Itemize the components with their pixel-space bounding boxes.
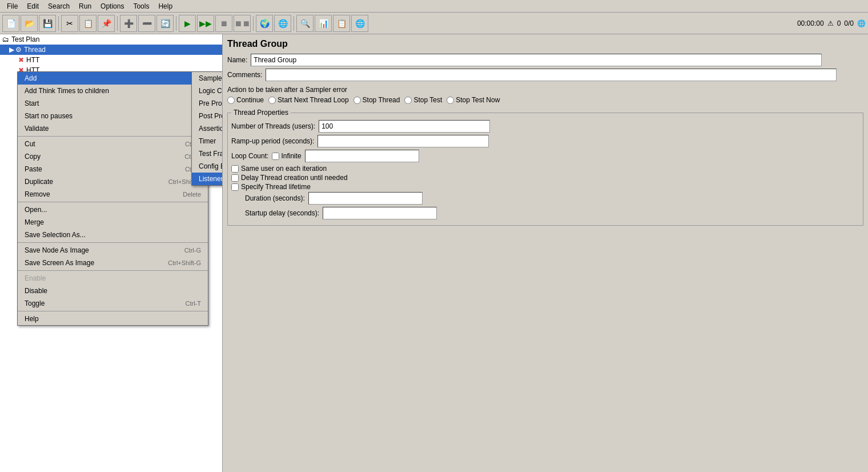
- menu-search[interactable]: Search: [43, 1, 74, 11]
- action-section-label: Action to be taken after a Sampler error: [227, 86, 863, 94]
- main-area: 🗂 Test Plan ▶ ⚙ Thread ✖ HTT ✖ HTT ✖ HTT…: [0, 34, 868, 472]
- action-stop-thread-label[interactable]: Stop Thread: [353, 96, 400, 104]
- tree-item-testplan[interactable]: 🗂 Test Plan: [0, 34, 222, 45]
- action-stop-test-now-radio[interactable]: [447, 97, 454, 104]
- action-stop-test-radio[interactable]: [404, 97, 412, 104]
- ctx-add[interactable]: Add ▶: [18, 72, 208, 85]
- warnings-count: 0: [837, 19, 841, 27]
- num-threads-input[interactable]: [319, 120, 490, 133]
- ctx-open[interactable]: Open...: [18, 203, 208, 216]
- delay-start-checkbox[interactable]: [231, 174, 239, 182]
- menu-edit[interactable]: Edit: [22, 1, 43, 11]
- action-continue-radio[interactable]: [227, 97, 235, 104]
- submenu-pre-processors[interactable]: Pre Processors ▶: [192, 97, 223, 110]
- name-input[interactable]: [251, 54, 822, 66]
- submenu-assertions[interactable]: Assertions ▶: [192, 122, 223, 135]
- new-button[interactable]: 📄: [2, 15, 19, 32]
- ctx-remove[interactable]: Remove Delete: [18, 188, 208, 201]
- ctx-save-selection-as[interactable]: Save Selection As...: [18, 229, 208, 241]
- comments-input[interactable]: [266, 69, 837, 81]
- sep5: [294, 16, 294, 31]
- submenu-test-fragment[interactable]: Test Fragment ▶: [192, 147, 223, 160]
- same-user-checkbox[interactable]: [231, 165, 239, 173]
- submenu-timer[interactable]: Timer ▶: [192, 135, 223, 147]
- ctx-start[interactable]: Start: [18, 97, 208, 110]
- expand-button[interactable]: 📋: [333, 15, 350, 32]
- ctx-add-think-times[interactable]: Add Think Times to children: [18, 85, 208, 97]
- remote-start-button[interactable]: 🌍: [256, 15, 273, 32]
- startup-delay-label: Startup delay (seconds):: [245, 209, 319, 217]
- run-button[interactable]: ▶: [179, 15, 196, 32]
- action-stop-test-label[interactable]: Stop Test: [404, 96, 442, 104]
- paste-button[interactable]: 📌: [98, 15, 115, 32]
- tree-item-threadgroup[interactable]: ▶ ⚙ Thread: [0, 45, 222, 55]
- sep2: [117, 16, 118, 31]
- submenu-listener[interactable]: Listener ▶: [192, 173, 223, 185]
- ctx-enable: Enable: [18, 272, 208, 285]
- tree-item-http1[interactable]: ✖ HTT: [0, 55, 222, 65]
- collapse-button[interactable]: 📊: [315, 15, 332, 32]
- duration-input[interactable]: [308, 192, 423, 205]
- menu-help[interactable]: Help: [154, 1, 177, 11]
- submenu-add: Sampler ▶ Logic Controller ▶ Pre Process…: [191, 71, 223, 186]
- ramp-up-label: Ramp-up period (seconds):: [231, 137, 314, 145]
- ctx-validate[interactable]: Validate: [18, 122, 208, 135]
- timer-display: 00:00:00: [797, 19, 824, 27]
- action-stop-thread-radio[interactable]: [353, 97, 361, 104]
- thread-properties-section: Thread Properties Number of Threads (use…: [227, 109, 863, 226]
- save-button[interactable]: 💾: [39, 15, 56, 32]
- remote-expand-button[interactable]: 🌐: [351, 15, 368, 32]
- remove-button[interactable]: ➖: [138, 15, 155, 32]
- threadgroup-label: Thread: [24, 46, 46, 54]
- copy-button[interactable]: 📋: [79, 15, 97, 32]
- submenu-config-element[interactable]: Config Element ▶: [192, 160, 223, 173]
- menu-options[interactable]: Options: [96, 1, 128, 11]
- stop-button[interactable]: ⏹: [215, 15, 232, 32]
- comments-label: Comments:: [227, 71, 262, 79]
- ctx-help[interactable]: Help: [18, 313, 208, 325]
- remote-stop-button[interactable]: 🌐: [274, 15, 291, 32]
- toolbar: 📄 📂 💾 ✂ 📋 📌 ➕ ➖ 🔄 ▶ ▶▶ ⏹ ⏹⏹ 🌍 🌐 🔍 📊 📋 🌐 …: [0, 13, 868, 34]
- sep1: [58, 16, 59, 31]
- ctx-copy[interactable]: Copy Ctrl-C: [18, 150, 208, 163]
- network-icon: 🌐: [857, 19, 866, 27]
- ctx-paste[interactable]: Paste Ctrl-V: [18, 163, 208, 175]
- threadgroup-expand-icon: ▶: [9, 46, 14, 54]
- ramp-up-input[interactable]: [318, 135, 489, 147]
- action-continue-label[interactable]: Continue: [227, 96, 264, 104]
- menu-file[interactable]: File: [2, 1, 22, 11]
- loop-count-input[interactable]: [305, 150, 419, 162]
- ctx-toggle[interactable]: Toggle Ctrl-T: [18, 297, 208, 310]
- submenu-logic-controller[interactable]: Logic Controller ▶: [192, 85, 223, 97]
- open-button[interactable]: 📂: [21, 15, 38, 32]
- action-next-thread-radio[interactable]: [268, 97, 276, 104]
- clear-button[interactable]: 🔄: [156, 15, 174, 32]
- scheduler-checkbox[interactable]: [231, 183, 239, 191]
- action-radio-group: Continue Start Next Thread Loop Stop Thr…: [227, 96, 863, 104]
- ctx-save-node-as-image[interactable]: Save Node As Image Ctrl-G: [18, 244, 208, 257]
- ctx-cut[interactable]: Cut Ctrl-X: [18, 138, 208, 150]
- ctx-start-no-pause[interactable]: Start no pauses: [18, 110, 208, 122]
- menu-run[interactable]: Run: [74, 1, 96, 11]
- submenu-sampler[interactable]: Sampler ▶: [192, 72, 223, 85]
- startup-delay-input[interactable]: [323, 207, 437, 219]
- loop-infinite-checkbox[interactable]: [272, 153, 279, 160]
- action-stop-test-now-label[interactable]: Stop Test Now: [447, 96, 500, 104]
- run-no-pause-button[interactable]: ▶▶: [197, 15, 214, 32]
- ctx-disable[interactable]: Disable: [18, 285, 208, 297]
- same-user-label: Same user on each iteration: [241, 165, 327, 173]
- http1-icon: ✖: [18, 56, 24, 64]
- menu-tools[interactable]: Tools: [128, 1, 154, 11]
- loop-infinite-label[interactable]: Infinite: [272, 152, 301, 160]
- startup-delay-row: Startup delay (seconds):: [231, 207, 859, 219]
- sep3: [176, 16, 176, 31]
- ctx-merge[interactable]: Merge: [18, 216, 208, 229]
- cut-button[interactable]: ✂: [61, 15, 78, 32]
- search-button[interactable]: 🔍: [296, 15, 314, 32]
- ctx-duplicate[interactable]: Duplicate Ctrl+Shift-C: [18, 175, 208, 188]
- action-next-thread-label[interactable]: Start Next Thread Loop: [268, 96, 349, 104]
- ctx-save-screen-as-image[interactable]: Save Screen As Image Ctrl+Shift-G: [18, 257, 208, 269]
- add-button[interactable]: ➕: [120, 15, 137, 32]
- submenu-post-processors[interactable]: Post Processors ▶: [192, 110, 223, 122]
- stop-now-button[interactable]: ⏹⏹: [234, 15, 251, 32]
